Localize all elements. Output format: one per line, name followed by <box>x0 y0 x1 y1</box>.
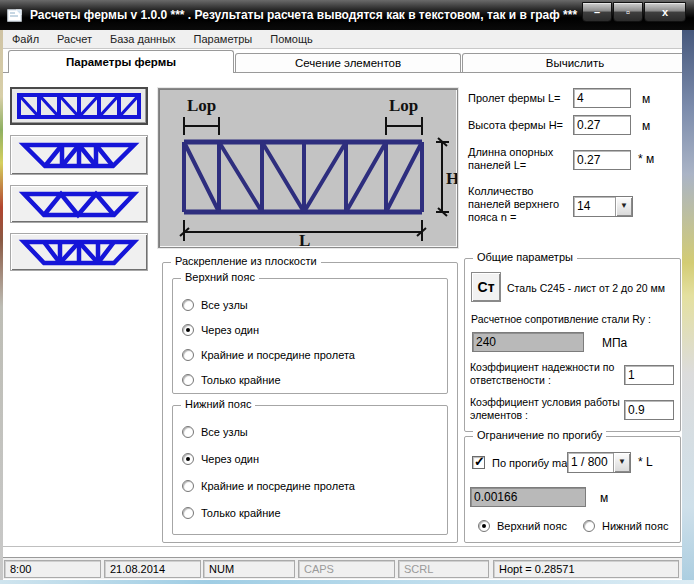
ry-label: Расчетное сопротивление стали Ry : <box>471 313 677 326</box>
status-time: 8:00 <box>4 560 101 578</box>
status-date: 21.08.2014 <box>104 560 201 578</box>
radio-icon[interactable] <box>182 374 194 386</box>
menu-calculation[interactable]: Расчет <box>48 31 101 47</box>
deflection-ratio-unit: * L <box>638 455 653 469</box>
status-bar: 8:00 21.08.2014 NUM CAPS SCRL Hopt = 0.2… <box>3 557 682 579</box>
top-chord-group-title: Верхний пояс <box>181 271 259 283</box>
span-label: Пролет фермы L= <box>468 92 561 105</box>
option-label: Крайние и посредине пролета <box>201 349 355 361</box>
status-capslock: CAPS <box>298 560 395 578</box>
tab-calculate[interactable]: Вычислить <box>462 53 688 73</box>
dim-label-lop-left: Lop <box>187 96 216 115</box>
option-label: Все узлы <box>201 299 248 311</box>
height-unit: м <box>642 119 650 133</box>
option-label: Верхний пояс <box>497 520 567 532</box>
panel-count-label: Колличество панелей верхнего пояса n = <box>468 185 570 224</box>
top-chord-option-all-nodes[interactable]: Все узлы <box>182 299 248 311</box>
dim-label-height: H <box>446 169 457 188</box>
panel-count-combobox[interactable]: 14 ▼ <box>573 196 633 217</box>
menu-help[interactable]: Помощь <box>261 31 322 47</box>
top-chord-option-ends-and-midspan[interactable]: Крайние и посредине пролета <box>182 349 355 361</box>
title-bar: Расчеты фермы v 1.0.0 *** . Результаты р… <box>0 0 694 30</box>
app-form-icon <box>7 8 23 23</box>
radio-icon[interactable] <box>182 349 194 361</box>
deflection-ratio-dropdown-icon[interactable]: ▼ <box>613 453 630 472</box>
deflection-value-field: 0.00166 <box>470 487 586 507</box>
tab-truss-parameters[interactable]: Параметры фермы <box>8 50 234 73</box>
truss-type-trapezoid-verticals-button[interactable] <box>10 233 148 271</box>
status-numlock: NUM <box>203 560 295 578</box>
tab-element-sections[interactable]: Сечение элементов <box>235 53 461 73</box>
trapezoid-truss-icon <box>16 139 142 171</box>
deflection-top-chord-option[interactable]: Верхний пояс <box>478 520 567 532</box>
close-button[interactable]: x <box>644 2 686 22</box>
ry-value-field: 240 <box>472 332 584 352</box>
gamma-n-label: Коэффициент надежности по ответствености… <box>470 361 620 387</box>
option-label: Только крайние <box>201 374 281 386</box>
truss-type-parallel-chord-button[interactable] <box>10 87 148 125</box>
radio-icon[interactable] <box>182 299 194 311</box>
bottom-chord-option-ends-and-midspan[interactable]: Крайние и посредине пролета <box>182 480 355 492</box>
option-label: Через один <box>201 324 259 336</box>
radio-icon[interactable] <box>583 520 595 532</box>
dim-label-span: L <box>299 231 310 247</box>
support-panel-unit: * м <box>638 152 654 166</box>
deflection-checkbox-row[interactable]: По прогибу max <box>472 456 573 469</box>
deflection-checkbox-label: По прогибу max <box>492 457 573 469</box>
truss-preview-drawing: Lop Lop H L <box>159 89 457 247</box>
option-label: Все узлы <box>201 426 248 438</box>
steel-select-button[interactable]: Ст <box>471 272 501 302</box>
general-parameters-title: Общие параметры <box>473 251 577 263</box>
steel-grade-label: Сталь С245 - лист от 2 до 20 мм <box>507 282 679 295</box>
support-panel-input[interactable]: 0.27 <box>573 150 631 170</box>
window-bottom-border <box>0 580 694 584</box>
trapezoid-verticals-truss-icon <box>16 237 142 267</box>
top-chord-option-ends-only[interactable]: Только крайние <box>182 374 281 386</box>
bottom-chord-option-all-nodes[interactable]: Все узлы <box>182 426 248 438</box>
deflection-value-unit: м <box>600 491 608 505</box>
deflection-checkbox-icon[interactable] <box>472 456 485 469</box>
triangular-web-truss-icon <box>16 189 142 219</box>
support-panel-label: Длинна опорных панелей L= <box>468 146 568 172</box>
radio-icon-selected[interactable] <box>182 324 194 336</box>
span-input[interactable]: 4 <box>573 88 631 108</box>
menu-database[interactable]: База данных <box>101 31 185 47</box>
deflection-ratio-value: 1 / 800 <box>568 453 613 472</box>
truss-type-triangular-web-button[interactable] <box>10 185 148 223</box>
deflection-ratio-combobox[interactable]: 1 / 800 ▼ <box>567 452 631 473</box>
dim-label-lop-right: Lop <box>389 96 418 115</box>
radio-icon[interactable] <box>182 480 194 492</box>
gamma-c-input[interactable]: 0.9 <box>624 400 674 420</box>
radio-icon[interactable] <box>182 507 194 519</box>
option-label: Только крайние <box>201 507 281 519</box>
option-label: Через один <box>201 453 259 465</box>
panel-count-value: 14 <box>574 197 615 216</box>
truss-type-trapezoid-button[interactable] <box>10 135 148 175</box>
client-bottom-edge <box>3 546 682 547</box>
deflection-limit-title: Ограничение по прогибу <box>473 429 606 441</box>
parallel-chord-truss-icon <box>16 91 142 121</box>
option-label: Нижний пояс <box>602 520 668 532</box>
app-window: Расчеты фермы v 1.0.0 *** . Результаты р… <box>0 0 694 584</box>
menu-parameters[interactable]: Параметры <box>185 31 262 47</box>
radio-icon[interactable] <box>182 426 194 438</box>
ry-unit: МПа <box>602 336 627 350</box>
radio-icon-selected[interactable] <box>182 453 194 465</box>
height-label: Высота фермы H= <box>468 119 563 132</box>
top-chord-option-every-other[interactable]: Через один <box>182 324 259 336</box>
radio-icon-selected[interactable] <box>478 520 490 532</box>
deflection-bottom-chord-option[interactable]: Нижний пояс <box>583 520 668 532</box>
status-scrolllock: SCRL <box>398 560 489 578</box>
height-input[interactable]: 0.27 <box>573 115 631 135</box>
bottom-chord-option-every-other[interactable]: Через один <box>182 453 259 465</box>
maximize-button[interactable]: ▫ <box>613 2 643 22</box>
bottom-chord-option-ends-only[interactable]: Только крайние <box>182 507 281 519</box>
gamma-n-input[interactable]: 1 <box>624 365 674 385</box>
panel-count-dropdown-icon[interactable]: ▼ <box>615 197 632 216</box>
span-unit: м <box>642 92 650 106</box>
option-label: Крайние и посредине пролета <box>201 480 355 492</box>
bracing-group-title: Раскрепление из плоскости <box>171 255 321 267</box>
minimize-button[interactable]: – <box>582 2 612 22</box>
status-hopt: Hopt = 0.28571 <box>493 560 679 578</box>
menu-file[interactable]: Файл <box>3 31 48 47</box>
